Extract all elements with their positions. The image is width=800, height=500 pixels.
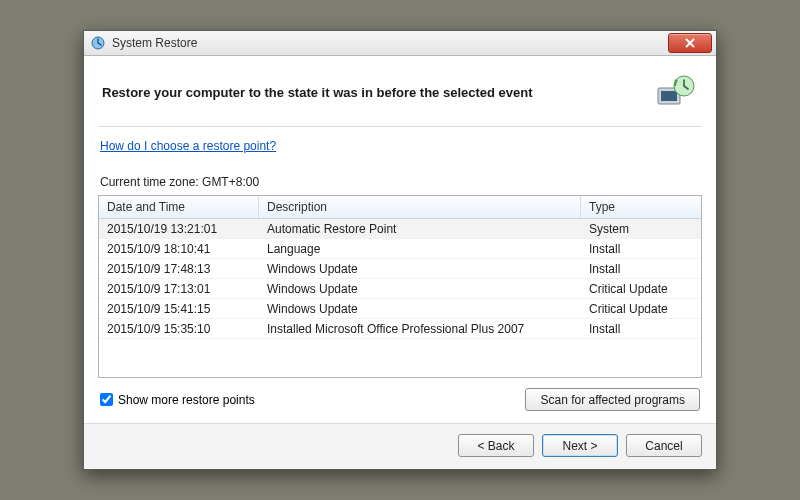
show-more-label: Show more restore points	[118, 393, 255, 407]
cell-type: Install	[581, 262, 701, 276]
wizard-header: Restore your computer to the state it wa…	[98, 66, 702, 127]
cell-type: Critical Update	[581, 282, 701, 296]
cell-desc: Windows Update	[259, 282, 581, 296]
cell-date: 2015/10/9 15:41:15	[99, 302, 259, 316]
table-row[interactable]: 2015/10/9 17:48:13Windows UpdateInstall	[99, 259, 701, 279]
col-type[interactable]: Type	[581, 196, 701, 218]
svg-rect-2	[661, 91, 677, 101]
restore-hero-icon	[654, 72, 698, 112]
cell-type: System	[581, 222, 701, 236]
timezone-label: Current time zone: GMT+8:00	[100, 175, 700, 189]
next-button[interactable]: Next >	[542, 434, 618, 457]
cell-desc: Installed Microsoft Office Professional …	[259, 322, 581, 336]
system-restore-icon	[90, 35, 106, 51]
help-link[interactable]: How do I choose a restore point?	[100, 139, 276, 153]
cancel-button[interactable]: Cancel	[626, 434, 702, 457]
cell-type: Install	[581, 242, 701, 256]
window-title: System Restore	[112, 36, 197, 50]
system-restore-window: System Restore Restore your computer to …	[83, 30, 717, 470]
cell-date: 2015/10/9 17:48:13	[99, 262, 259, 276]
cell-date: 2015/10/9 18:10:41	[99, 242, 259, 256]
table-row[interactable]: 2015/10/19 13:21:01Automatic Restore Poi…	[99, 219, 701, 239]
col-description[interactable]: Description	[259, 196, 581, 218]
client-area: Restore your computer to the state it wa…	[84, 56, 716, 423]
cell-date: 2015/10/9 17:13:01	[99, 282, 259, 296]
cell-type: Critical Update	[581, 302, 701, 316]
restore-points-table[interactable]: Date and Time Description Type 2015/10/1…	[98, 195, 702, 378]
cell-desc: Windows Update	[259, 262, 581, 276]
cell-date: 2015/10/19 13:21:01	[99, 222, 259, 236]
back-button[interactable]: < Back	[458, 434, 534, 457]
table-header: Date and Time Description Type	[99, 196, 701, 219]
table-row[interactable]: 2015/10/9 15:35:10Installed Microsoft Of…	[99, 319, 701, 339]
table-row[interactable]: 2015/10/9 15:41:15Windows UpdateCritical…	[99, 299, 701, 319]
cell-desc: Windows Update	[259, 302, 581, 316]
cell-desc: Language	[259, 242, 581, 256]
scan-affected-button[interactable]: Scan for affected programs	[525, 388, 700, 411]
table-row[interactable]: 2015/10/9 18:10:41LanguageInstall	[99, 239, 701, 259]
show-more-checkbox[interactable]: Show more restore points	[100, 393, 255, 407]
table-row[interactable]: 2015/10/9 17:13:01Windows UpdateCritical…	[99, 279, 701, 299]
cell-date: 2015/10/9 15:35:10	[99, 322, 259, 336]
titlebar[interactable]: System Restore	[84, 31, 716, 56]
table-empty-area	[99, 339, 701, 377]
show-more-input[interactable]	[100, 393, 113, 406]
close-button[interactable]	[668, 33, 712, 53]
col-date[interactable]: Date and Time	[99, 196, 259, 218]
cell-desc: Automatic Restore Point	[259, 222, 581, 236]
page-heading: Restore your computer to the state it wa…	[102, 85, 533, 100]
wizard-footer: < Back Next > Cancel	[84, 423, 716, 469]
cell-type: Install	[581, 322, 701, 336]
table-body: 2015/10/19 13:21:01Automatic Restore Poi…	[99, 219, 701, 339]
